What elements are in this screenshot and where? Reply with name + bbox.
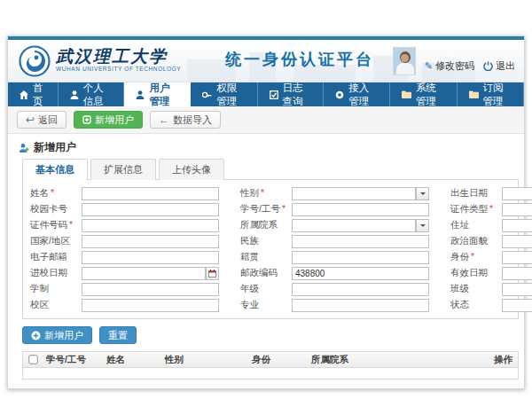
form-field-political-status: 政治面貌 [450,234,532,248]
user-table: 学号/工号 姓名 性别 身份 所属院系 操作 [22,351,519,379]
form-field-campus: 校区 [30,298,219,312]
class-input[interactable] [502,283,532,296]
nav-item-access-management[interactable]: 接入管理 [324,82,390,106]
form-field-class: 班级 [450,282,532,296]
change-password-link[interactable]: ✎ 修改密码 [425,59,474,75]
id-number-input[interactable] [82,219,219,232]
gender-select-input[interactable] [292,187,416,200]
id-type-input[interactable] [502,203,532,216]
tab-extended-info[interactable]: 扩展信息 [90,159,156,180]
form-tabs: 基本信息 扩展信息 上传头像 [8,159,524,180]
postal-code-input[interactable] [292,267,429,280]
toolbar: ↩ 返回 新增用户 ← 数据导入 [8,106,524,134]
col-identity: 身份 [248,354,308,366]
nav-item-home[interactable]: 首页 [8,82,59,106]
identity-input[interactable] [502,251,532,264]
chevron-down-icon[interactable] [416,219,429,232]
nav-item-permission-management[interactable]: 权限管理 [191,82,257,106]
select-all-checkbox[interactable] [28,355,37,364]
form-field-native-place: 籍贯 [240,250,429,264]
student-id-input[interactable] [292,203,429,216]
data-import-button[interactable]: ← 数据导入 [150,111,221,129]
form-field-department: 所属院系 [240,218,429,232]
form-field-valid-date: 有效日期 [450,266,532,280]
nav-item-system-management[interactable]: 系统管理 [390,82,457,106]
form-field-id-number: 证件号码* [30,218,219,232]
nav-item-personal-info[interactable]: 个人信息 [59,82,125,106]
form-field-enrollment-date: 进校日期 [30,266,219,280]
campus-input[interactable] [82,299,219,312]
ethnicity-input[interactable] [292,235,429,248]
back-arrow-icon: ↩ [26,114,35,125]
form-field-major: 专业 [240,298,429,312]
folder-icon [402,90,411,98]
log-check-icon [270,90,278,99]
col-student-id: 学号/工号 [43,354,103,366]
birth-date-input[interactable] [502,187,532,200]
form-field-campus-card: 校园卡号 [30,202,219,216]
submit-add-user-button[interactable]: 新增用户 [22,326,92,344]
form-field-identity: 身份* [450,250,532,264]
campus-card-input[interactable] [82,203,219,216]
add-user-toolbar-button[interactable]: 新增用户 [74,111,143,129]
chevron-down-icon[interactable] [416,187,429,200]
table-empty-row [23,368,518,379]
major-input[interactable] [292,299,429,312]
gear-icon [335,90,344,99]
header-user-area: ✎ 修改密码 退出 [393,47,515,75]
status-input[interactable] [502,299,532,312]
email-input[interactable] [82,251,219,264]
form-field-gender: 性别* [240,186,429,200]
form-field-ethnicity: 民族 [240,234,429,248]
tab-basic-info[interactable]: 基本信息 [22,159,88,180]
back-button[interactable]: ↩ 返回 [17,111,66,129]
left-arrow-icon: ← [159,114,169,125]
department-select-input[interactable] [292,219,416,232]
form-field-birth-date: 出生日期 [450,186,532,200]
form-field-schooling-length: 学制 [30,282,219,296]
form-field-grade: 年级 [240,282,429,296]
enrollment-date-input[interactable] [82,267,206,280]
user-avatar[interactable] [393,47,416,75]
key-icon [202,90,212,99]
form-field-status: 状态 [450,298,532,312]
person-add-icon [19,143,29,153]
col-name: 姓名 [103,354,161,366]
section-header: 新增用户 [8,134,524,159]
country-region-input[interactable] [82,235,219,248]
tab-upload-photo[interactable]: 上传头像 [159,159,224,180]
logout-link[interactable]: 退出 [483,59,515,75]
grade-input[interactable] [292,283,429,296]
native-place-input[interactable] [292,251,429,264]
form-actions: 新增用户 重置 [8,319,524,351]
col-gender: 性别 [161,354,248,366]
political-status-input[interactable] [502,235,532,248]
form-field-address: 住址 [450,218,532,232]
app-window: 武汉理工大学 WUHAN UNIVERSITY OF TECHNOLOGY 统一… [7,35,525,389]
table-header-row: 学号/工号 姓名 性别 身份 所属院系 操作 [23,352,518,368]
home-icon [20,90,28,99]
user-icon [136,90,145,99]
reset-button[interactable]: 重置 [99,326,137,344]
name-input[interactable] [82,187,219,200]
header: 武汉理工大学 WUHAN UNIVERSITY OF TECHNOLOGY 统一… [8,40,524,82]
form-field-postal-code: 邮政编码 [240,266,429,280]
folder-icon [469,90,479,98]
col-department: 所属院系 [308,354,490,366]
nav-item-log-query[interactable]: 日志查询 [258,82,325,106]
power-icon [483,61,493,71]
address-input[interactable] [502,219,532,232]
schooling-length-input[interactable] [82,283,219,296]
user-add-icon [82,115,91,124]
nav-item-user-management[interactable]: 用户管理 [124,82,191,106]
calendar-icon[interactable] [206,267,219,280]
university-name: 武汉理工大学 [56,47,181,65]
valid-date-input[interactable] [502,267,532,280]
platform-title: 统一身份认证平台 [225,49,374,70]
col-actions: 操作 [490,354,518,366]
section-title: 新增用户 [34,140,76,155]
nav-item-subscription-management[interactable]: 订阅管理 [458,82,524,106]
form-field-email: 电子邮箱 [30,250,219,264]
university-name-en: WUHAN UNIVERSITY OF TECHNOLOGY [56,66,181,72]
form-field-country-region: 国家/地区 [30,234,219,248]
